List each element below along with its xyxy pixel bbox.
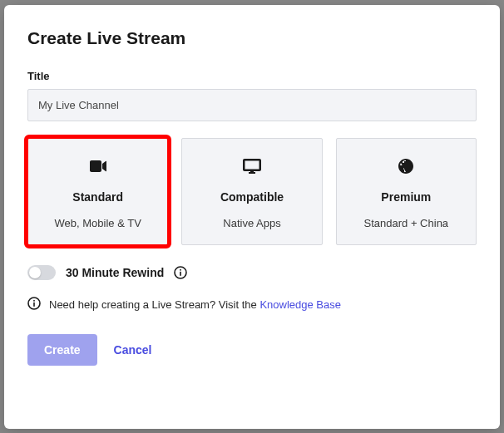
create-live-stream-modal: Create Live Stream Title Standard Web, M… bbox=[4, 5, 500, 429]
button-row: Create Cancel bbox=[27, 334, 477, 366]
info-icon bbox=[27, 297, 41, 312]
knowledge-base-link[interactable]: Knowledge Base bbox=[259, 298, 341, 311]
option-subtitle: Standard + China bbox=[343, 217, 469, 229]
rewind-toggle-row: 30 Minute Rewind bbox=[27, 265, 477, 280]
globe-icon bbox=[343, 155, 469, 177]
option-subtitle: Web, Mobile & TV bbox=[35, 217, 161, 229]
option-standard[interactable]: Standard Web, Mobile & TV bbox=[27, 138, 168, 245]
monitor-icon bbox=[189, 155, 314, 177]
modal-title: Create Live Stream bbox=[27, 28, 477, 48]
help-text: Need help creating a Live Stream? Visit … bbox=[49, 298, 341, 311]
svg-rect-5 bbox=[33, 300, 35, 302]
help-row: Need help creating a Live Stream? Visit … bbox=[27, 297, 477, 312]
create-button[interactable]: Create bbox=[27, 334, 97, 366]
option-title: Premium bbox=[343, 190, 469, 204]
rewind-label: 30 Minute Rewind bbox=[66, 266, 164, 279]
svg-rect-4 bbox=[33, 302, 35, 306]
toggle-knob bbox=[29, 267, 41, 278]
cancel-button[interactable]: Cancel bbox=[114, 343, 152, 357]
svg-rect-2 bbox=[180, 269, 181, 271]
svg-rect-1 bbox=[180, 271, 181, 275]
option-subtitle: Native Apps bbox=[189, 217, 314, 229]
title-field-label: Title bbox=[27, 70, 477, 82]
option-compatible[interactable]: Compatible Native Apps bbox=[181, 138, 322, 245]
option-premium[interactable]: Premium Standard + China bbox=[336, 138, 477, 245]
rewind-toggle[interactable] bbox=[27, 265, 56, 280]
info-icon[interactable] bbox=[174, 266, 187, 279]
option-title: Standard bbox=[35, 190, 161, 204]
option-title: Compatible bbox=[189, 190, 314, 204]
stream-type-options: Standard Web, Mobile & TV Compatible Nat… bbox=[27, 138, 477, 245]
video-camera-icon bbox=[35, 155, 161, 177]
help-text-prefix: Need help creating a Live Stream? Visit … bbox=[49, 298, 259, 311]
title-input[interactable] bbox=[27, 89, 477, 121]
